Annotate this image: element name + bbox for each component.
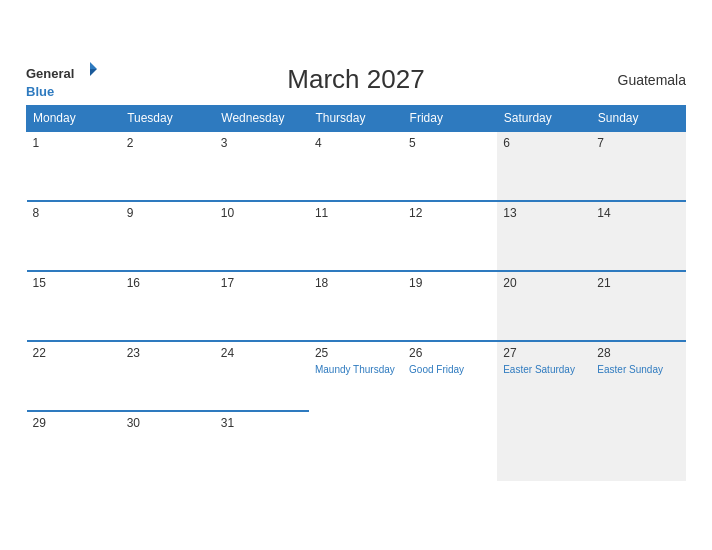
day-cell: 6 — [497, 131, 591, 201]
day-cell: 13 — [497, 201, 591, 271]
day-cell: 30 — [121, 411, 215, 481]
day-number: 14 — [597, 206, 679, 220]
week-row-3: 15161718192021 — [27, 271, 686, 341]
day-cell: 23 — [121, 341, 215, 411]
day-cell: 19 — [403, 271, 497, 341]
day-number: 2 — [127, 136, 209, 150]
day-number: 5 — [409, 136, 491, 150]
day-cell: 26Good Friday — [403, 341, 497, 411]
day-number: 12 — [409, 206, 491, 220]
day-cell: 3 — [215, 131, 309, 201]
col-friday: Friday — [403, 106, 497, 132]
day-cell: 18 — [309, 271, 403, 341]
day-cell: 5 — [403, 131, 497, 201]
day-number: 29 — [33, 416, 115, 430]
day-cell: 22 — [27, 341, 121, 411]
day-cell: 14 — [591, 201, 685, 271]
day-number: 27 — [503, 346, 585, 360]
day-cell: 31 — [215, 411, 309, 481]
day-number: 31 — [221, 416, 303, 430]
day-cell — [497, 411, 591, 481]
day-cell — [403, 411, 497, 481]
country-label: Guatemala — [618, 72, 686, 88]
day-cell: 16 — [121, 271, 215, 341]
day-number: 18 — [315, 276, 397, 290]
day-number: 25 — [315, 346, 397, 360]
col-monday: Monday — [27, 106, 121, 132]
day-number: 10 — [221, 206, 303, 220]
day-number: 24 — [221, 346, 303, 360]
day-cell: 17 — [215, 271, 309, 341]
day-cell: 21 — [591, 271, 685, 341]
day-cell: 25Maundy Thursday — [309, 341, 403, 411]
day-cell: 15 — [27, 271, 121, 341]
svg-marker-0 — [90, 62, 97, 69]
day-cell: 27Easter Saturday — [497, 341, 591, 411]
day-number: 15 — [33, 276, 115, 290]
holiday-label: Maundy Thursday — [315, 363, 397, 376]
day-number: 4 — [315, 136, 397, 150]
svg-marker-1 — [90, 69, 97, 76]
day-number: 16 — [127, 276, 209, 290]
calendar: General Blue March 2027 Guatemala Monday… — [11, 54, 701, 496]
day-number: 9 — [127, 206, 209, 220]
col-thursday: Thursday — [309, 106, 403, 132]
day-cell: 29 — [27, 411, 121, 481]
day-cell: 12 — [403, 201, 497, 271]
week-row-2: 891011121314 — [27, 201, 686, 271]
day-cell: 10 — [215, 201, 309, 271]
logo-blue-text: Blue — [26, 84, 54, 99]
col-saturday: Saturday — [497, 106, 591, 132]
day-number: 3 — [221, 136, 303, 150]
day-cell — [591, 411, 685, 481]
holiday-label: Good Friday — [409, 363, 491, 376]
day-cell: 28Easter Sunday — [591, 341, 685, 411]
day-number: 1 — [33, 136, 115, 150]
logo-flag-icon — [81, 60, 99, 78]
week-row-4: 22232425Maundy Thursday26Good Friday27Ea… — [27, 341, 686, 411]
day-cell: 9 — [121, 201, 215, 271]
day-number: 30 — [127, 416, 209, 430]
logo: General Blue — [26, 60, 99, 100]
day-cell: 2 — [121, 131, 215, 201]
day-cell: 11 — [309, 201, 403, 271]
day-number: 19 — [409, 276, 491, 290]
day-cell: 24 — [215, 341, 309, 411]
day-cell: 1 — [27, 131, 121, 201]
day-number: 8 — [33, 206, 115, 220]
day-cell: 20 — [497, 271, 591, 341]
col-tuesday: Tuesday — [121, 106, 215, 132]
week-row-1: 1234567 — [27, 131, 686, 201]
day-cell: 7 — [591, 131, 685, 201]
day-number: 11 — [315, 206, 397, 220]
logo-general-text: General — [26, 66, 74, 81]
day-number: 22 — [33, 346, 115, 360]
col-sunday: Sunday — [591, 106, 685, 132]
calendar-title: March 2027 — [287, 64, 424, 95]
day-number: 7 — [597, 136, 679, 150]
calendar-header: General Blue March 2027 Guatemala — [26, 64, 686, 95]
day-cell: 8 — [27, 201, 121, 271]
day-cell — [309, 411, 403, 481]
day-number: 6 — [503, 136, 585, 150]
day-number: 21 — [597, 276, 679, 290]
day-number: 28 — [597, 346, 679, 360]
col-wednesday: Wednesday — [215, 106, 309, 132]
day-number: 23 — [127, 346, 209, 360]
week-row-5: 293031 — [27, 411, 686, 481]
calendar-table: Monday Tuesday Wednesday Thursday Friday… — [26, 105, 686, 481]
holiday-label: Easter Saturday — [503, 363, 585, 376]
column-headers: Monday Tuesday Wednesday Thursday Friday… — [27, 106, 686, 132]
day-number: 13 — [503, 206, 585, 220]
day-number: 17 — [221, 276, 303, 290]
day-cell: 4 — [309, 131, 403, 201]
day-number: 26 — [409, 346, 491, 360]
holiday-label: Easter Sunday — [597, 363, 679, 376]
day-number: 20 — [503, 276, 585, 290]
